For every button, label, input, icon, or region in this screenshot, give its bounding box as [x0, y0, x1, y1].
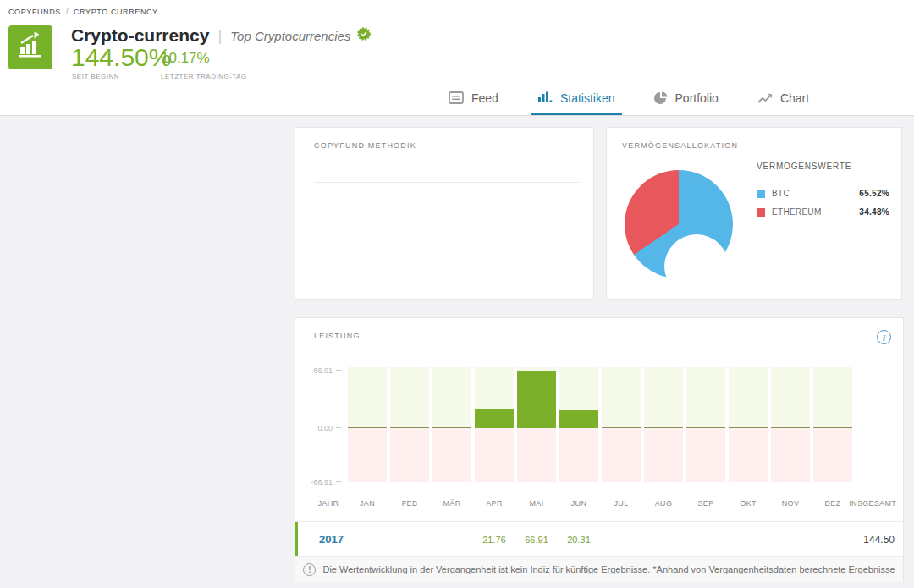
- legend-row-ethereum: ETHEREUM 34.48%: [757, 207, 889, 217]
- chart-column-sep: [686, 367, 725, 482]
- tab-feed-label: Feed: [471, 91, 498, 105]
- tab-portfolio-label: Portfolio: [675, 91, 719, 105]
- month-label-dez: DEZ: [813, 499, 852, 508]
- allocation-legend-title: VERMÖGENSWERTE: [757, 162, 889, 179]
- breadcrumb-separator: /: [66, 8, 69, 16]
- month-label-aug: AUG: [644, 499, 683, 508]
- tab-portfolio[interactable]: Portfolio: [647, 83, 725, 115]
- chart-column-mai: [517, 367, 556, 482]
- growth-chart-icon: [16, 31, 45, 63]
- year-label: 2017: [319, 533, 344, 546]
- month-label-jul: JUL: [602, 499, 641, 508]
- y-tick-dash: [336, 370, 341, 371]
- month-label-jun: JUN: [559, 499, 598, 508]
- month-label-jan: JAN: [348, 499, 387, 508]
- tab-statistiken[interactable]: Statistiken: [531, 83, 622, 115]
- chart-column-nov: [771, 367, 810, 482]
- bar-mai: [517, 371, 556, 428]
- breadcrumb-copyfunds[interactable]: COPYFUNDS: [8, 8, 61, 16]
- label-insgesamt: INSGESAMT: [849, 499, 896, 508]
- tab-feed[interactable]: Feed: [442, 83, 505, 115]
- ethereum-swatch-icon: [757, 208, 765, 217]
- y-tick-bottom: -66.91: [295, 478, 333, 486]
- chart-column-jan: [348, 367, 387, 482]
- info-icon[interactable]: i: [877, 330, 891, 344]
- ethereum-label: ETHEREUM: [772, 207, 822, 217]
- month-label-okt: OKT: [729, 499, 768, 508]
- disclaimer-text: Die Wertentwicklung in der Vergangenheit…: [322, 564, 895, 574]
- month-label-sep: SEP: [686, 499, 725, 508]
- bar-jun: [559, 410, 598, 428]
- fund-subtitle: Top Cryptocurrencies: [230, 29, 350, 43]
- chart-column-dez: [813, 367, 852, 482]
- performance-card: LEISTUNG i 66.91 0.00 -66.91 JAHR INSGES…: [295, 317, 904, 582]
- total-value: 144.50: [863, 534, 895, 546]
- btc-swatch-icon: [757, 190, 765, 198]
- performance-card-title: LEISTUNG: [314, 332, 361, 340]
- allocation-donut-hole: [664, 234, 729, 299]
- performance-chart-columns: [348, 367, 852, 482]
- year-row-accent: [295, 522, 298, 556]
- month-label-feb: FEB: [390, 499, 429, 508]
- chart-column-mär: [432, 367, 471, 482]
- tab-statistiken-label: Statistiken: [560, 91, 615, 105]
- bar-apr: [475, 409, 514, 428]
- btc-label: BTC: [772, 189, 790, 198]
- y-tick-zero: 0.00: [295, 424, 333, 432]
- feed-icon: [449, 91, 464, 104]
- gain-last-day-label: LETZTER TRADING-TAG: [161, 73, 247, 80]
- gain-since-start: 144.50%: [71, 43, 171, 72]
- month-label-apr: APR: [475, 499, 514, 508]
- chart-column-apr: [475, 367, 514, 482]
- y-tick-dash: [336, 427, 341, 428]
- exclamation-icon: !: [303, 563, 316, 576]
- tab-chart-label: Chart: [780, 91, 809, 105]
- allocation-legend: VERMÖGENSWERTE BTC 65.52% ETHEREUM 34.48…: [757, 162, 889, 217]
- gain-since-start-label: SEIT BEGINN: [72, 73, 119, 80]
- btc-value: 65.52%: [859, 189, 889, 198]
- chart-column-aug: [644, 367, 683, 482]
- value-cell-apr: 21.76: [475, 535, 514, 545]
- value-cell-mai: 66.91: [517, 535, 556, 545]
- methodology-card: COPYFUND METHODIK: [295, 127, 594, 300]
- verified-badge-icon: [357, 27, 371, 44]
- pie-chart-icon: [654, 91, 668, 105]
- allocation-card: VERMÖGENSALLOKATION VERMÖGENSWERTE BTC 6…: [606, 127, 902, 300]
- ethereum-value: 34.48%: [859, 207, 889, 217]
- chart-column-okt: [729, 367, 768, 482]
- breadcrumb-crypto-currency: CRYPTO CURRENCY: [74, 8, 158, 16]
- tab-chart[interactable]: Chart: [751, 83, 816, 115]
- y-tick-dash: [336, 481, 341, 482]
- tab-bar: Feed Statistiken Portfolio: [0, 83, 914, 116]
- table-row-2017[interactable]: 2017 144.50 21.7666.9120.31: [295, 521, 903, 557]
- legend-row-btc: BTC 65.52%: [757, 189, 889, 198]
- month-label-mai: MAI: [517, 499, 556, 508]
- title-divider: |: [217, 26, 222, 45]
- y-tick-top: 66.91: [295, 366, 333, 375]
- disclaimer-bar: ! Die Wertentwicklung in der Vergangenhe…: [295, 557, 903, 582]
- methodology-card-title: COPYFUND METHODIK: [314, 141, 416, 150]
- bar-chart-icon: [537, 91, 553, 104]
- methodology-divider: [314, 182, 580, 183]
- month-labels-row: JAHR INSGESAMT JANFEBMÄRAPRMAIJUNJULAUGS…: [295, 499, 905, 509]
- gain-last-day: 10.17%: [161, 50, 210, 67]
- chart-column-jul: [602, 367, 641, 482]
- chart-column-feb: [390, 367, 429, 482]
- value-cell-jun: 20.31: [559, 535, 598, 545]
- line-chart-icon: [757, 92, 773, 104]
- page-header: COPYFUNDS / CRYPTO CURRENCY Crypto-curre…: [0, 0, 914, 83]
- label-jahr: JAHR: [309, 499, 348, 508]
- allocation-donut: [625, 170, 733, 278]
- fund-avatar: [8, 25, 52, 69]
- allocation-card-title: VERMÖGENSALLOKATION: [622, 141, 738, 150]
- month-label-mär: MÄR: [432, 499, 471, 508]
- breadcrumb: COPYFUNDS / CRYPTO CURRENCY: [8, 8, 158, 16]
- month-label-nov: NOV: [771, 499, 810, 508]
- chart-column-jun: [559, 367, 598, 482]
